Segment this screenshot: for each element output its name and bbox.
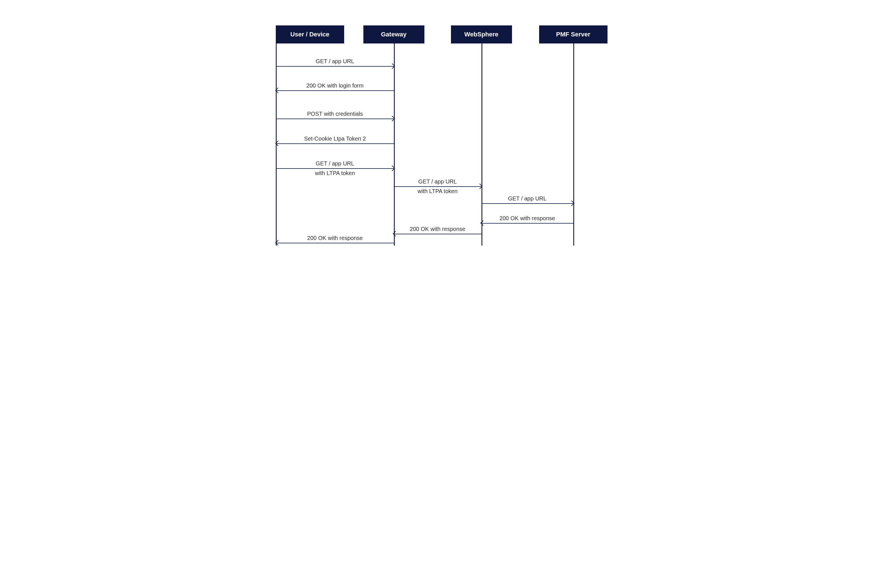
message-label: POST with credentials xyxy=(307,111,363,117)
message-label: GET / app URL xyxy=(316,58,354,64)
participant-user-label: User / Device xyxy=(290,31,329,38)
arrow-line xyxy=(481,223,573,224)
arrow-line xyxy=(394,186,481,187)
message-sublabel: with LTPA token xyxy=(418,188,458,195)
arrow-line xyxy=(481,203,573,204)
participant-websphere: WebSphere xyxy=(451,26,512,44)
message-label: GET / app URL xyxy=(316,160,354,167)
message-label: 200 OK with response xyxy=(499,215,555,222)
participant-gateway: Gateway xyxy=(363,26,424,44)
lifeline-websphere xyxy=(481,44,482,246)
message-label: 200 OK with login form xyxy=(306,82,363,89)
participant-websphere-label: WebSphere xyxy=(464,31,498,38)
arrow-line xyxy=(276,168,394,169)
arrow-line xyxy=(276,90,394,91)
message-label: 200 OK with response xyxy=(307,235,363,242)
message-sublabel: with LTPA token xyxy=(315,170,355,176)
lifeline-gateway xyxy=(394,44,395,246)
arrow-line xyxy=(276,66,394,67)
lifeline-pmf xyxy=(573,44,574,246)
message-label: GET / app URL xyxy=(508,195,546,202)
arrow-line xyxy=(276,143,394,144)
arrow-line xyxy=(276,118,394,119)
participant-user: User / Device xyxy=(276,26,344,44)
arrow-line xyxy=(276,243,394,243)
participant-pmf: PMF Server xyxy=(539,26,608,44)
message-label: Set-Cookie Ltpa Token 2 xyxy=(304,135,366,142)
arrow-line xyxy=(394,234,481,234)
message-label: 200 OK with response xyxy=(410,226,465,232)
participant-gateway-label: Gateway xyxy=(381,31,407,38)
message-label: GET / app URL xyxy=(418,178,457,185)
participant-pmf-label: PMF Server xyxy=(556,31,590,38)
sequence-diagram: User / Device Gateway WebSphere PMF Serv… xyxy=(247,0,636,260)
